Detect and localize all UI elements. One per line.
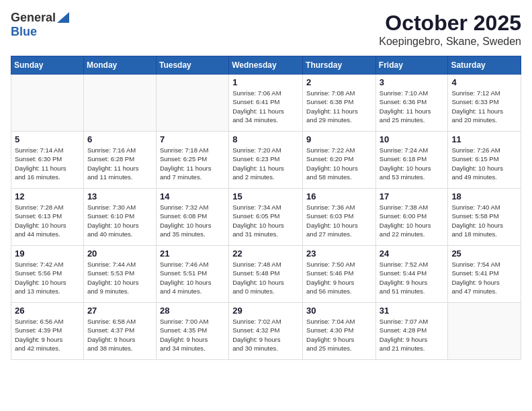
day-info: Sunrise: 7:00 AM Sunset: 4:35 PM Dayligh… <box>160 317 225 353</box>
day-cell: 13Sunrise: 7:30 AM Sunset: 6:10 PM Dayli… <box>83 189 156 246</box>
day-number: 21 <box>160 248 225 259</box>
day-cell: 2Sunrise: 7:08 AM Sunset: 6:38 PM Daylig… <box>303 75 376 132</box>
day-number: 18 <box>451 191 517 201</box>
svg-marker-0 <box>57 12 69 23</box>
day-info: Sunrise: 7:02 AM Sunset: 4:32 PM Dayligh… <box>232 317 299 353</box>
day-info: Sunrise: 7:28 AM Sunset: 6:13 PM Dayligh… <box>15 203 80 238</box>
day-info: Sunrise: 7:34 AM Sunset: 6:05 PM Dayligh… <box>232 203 299 238</box>
day-info: Sunrise: 7:04 AM Sunset: 4:30 PM Dayligh… <box>306 317 372 353</box>
logo: General Blue <box>11 11 69 39</box>
day-cell: 15Sunrise: 7:34 AM Sunset: 6:05 PM Dayli… <box>229 189 303 246</box>
day-cell <box>156 75 228 132</box>
day-cell: 6Sunrise: 7:16 AM Sunset: 6:28 PM Daylig… <box>83 132 156 189</box>
day-cell: 23Sunrise: 7:50 AM Sunset: 5:46 PM Dayli… <box>303 246 376 303</box>
day-cell: 29Sunrise: 7:02 AM Sunset: 4:32 PM Dayli… <box>229 303 303 360</box>
day-info: Sunrise: 7:06 AM Sunset: 6:41 PM Dayligh… <box>232 89 299 124</box>
day-info: Sunrise: 7:52 AM Sunset: 5:44 PM Dayligh… <box>380 260 445 295</box>
day-info: Sunrise: 7:50 AM Sunset: 5:46 PM Dayligh… <box>306 260 372 295</box>
day-info: Sunrise: 7:24 AM Sunset: 6:18 PM Dayligh… <box>380 146 445 181</box>
weekday-header-wednesday: Wednesday <box>229 56 303 75</box>
day-cell: 28Sunrise: 7:00 AM Sunset: 4:35 PM Dayli… <box>156 303 228 360</box>
day-cell <box>11 75 84 132</box>
day-info: Sunrise: 7:07 AM Sunset: 4:28 PM Dayligh… <box>380 317 445 353</box>
day-number: 31 <box>380 306 445 316</box>
day-info: Sunrise: 7:40 AM Sunset: 5:58 PM Dayligh… <box>451 203 517 238</box>
day-info: Sunrise: 6:58 AM Sunset: 4:37 PM Dayligh… <box>87 317 152 353</box>
day-cell: 12Sunrise: 7:28 AM Sunset: 6:13 PM Dayli… <box>11 189 84 246</box>
day-info: Sunrise: 6:56 AM Sunset: 4:39 PM Dayligh… <box>15 317 80 353</box>
day-cell: 27Sunrise: 6:58 AM Sunset: 4:37 PM Dayli… <box>83 303 156 360</box>
day-cell: 31Sunrise: 7:07 AM Sunset: 4:28 PM Dayli… <box>375 303 448 360</box>
day-number: 29 <box>232 306 299 316</box>
day-cell: 8Sunrise: 7:20 AM Sunset: 6:23 PM Daylig… <box>229 132 303 189</box>
day-cell: 1Sunrise: 7:06 AM Sunset: 6:41 PM Daylig… <box>229 75 303 132</box>
page-header: General Blue October 2025 Koepingebro, S… <box>11 11 521 48</box>
day-cell: 22Sunrise: 7:48 AM Sunset: 5:48 PM Dayli… <box>229 246 303 303</box>
day-cell: 24Sunrise: 7:52 AM Sunset: 5:44 PM Dayli… <box>375 246 448 303</box>
day-info: Sunrise: 7:42 AM Sunset: 5:56 PM Dayligh… <box>15 260 80 295</box>
day-cell: 21Sunrise: 7:46 AM Sunset: 5:51 PM Dayli… <box>156 246 228 303</box>
logo-blue-text: Blue <box>11 25 37 39</box>
day-cell: 19Sunrise: 7:42 AM Sunset: 5:56 PM Dayli… <box>11 246 84 303</box>
day-number: 12 <box>15 191 80 201</box>
day-number: 28 <box>160 306 225 316</box>
title-block: October 2025 Koepingebro, Skane, Sweden <box>379 11 521 48</box>
day-info: Sunrise: 7:22 AM Sunset: 6:20 PM Dayligh… <box>306 146 372 181</box>
month-title: October 2025 <box>379 11 521 36</box>
day-cell: 30Sunrise: 7:04 AM Sunset: 4:30 PM Dayli… <box>303 303 376 360</box>
day-number: 9 <box>306 134 372 144</box>
day-number: 8 <box>232 134 299 144</box>
day-info: Sunrise: 7:30 AM Sunset: 6:10 PM Dayligh… <box>87 203 152 238</box>
day-number: 11 <box>451 134 517 144</box>
day-number: 30 <box>306 306 372 316</box>
day-number: 2 <box>306 77 372 87</box>
day-info: Sunrise: 7:08 AM Sunset: 6:38 PM Dayligh… <box>306 89 372 124</box>
day-number: 22 <box>232 248 299 259</box>
day-cell: 5Sunrise: 7:14 AM Sunset: 6:30 PM Daylig… <box>11 132 84 189</box>
day-number: 7 <box>160 134 225 144</box>
day-info: Sunrise: 7:20 AM Sunset: 6:23 PM Dayligh… <box>232 146 299 181</box>
day-info: Sunrise: 7:48 AM Sunset: 5:48 PM Dayligh… <box>232 260 299 295</box>
day-number: 14 <box>160 191 225 201</box>
weekday-header-friday: Friday <box>375 56 448 75</box>
day-info: Sunrise: 7:10 AM Sunset: 6:36 PM Dayligh… <box>380 89 445 124</box>
day-cell <box>448 303 521 360</box>
calendar-table: SundayMondayTuesdayWednesdayThursdayFrid… <box>11 56 521 360</box>
day-cell: 3Sunrise: 7:10 AM Sunset: 6:36 PM Daylig… <box>375 75 448 132</box>
day-number: 20 <box>87 248 152 259</box>
day-cell: 18Sunrise: 7:40 AM Sunset: 5:58 PM Dayli… <box>448 189 521 246</box>
day-number: 25 <box>451 248 517 259</box>
day-cell: 16Sunrise: 7:36 AM Sunset: 6:03 PM Dayli… <box>303 189 376 246</box>
week-row-3: 12Sunrise: 7:28 AM Sunset: 6:13 PM Dayli… <box>11 189 521 246</box>
day-cell: 4Sunrise: 7:12 AM Sunset: 6:33 PM Daylig… <box>448 75 521 132</box>
day-number: 6 <box>87 134 152 144</box>
weekday-header-thursday: Thursday <box>303 56 376 75</box>
day-number: 13 <box>87 191 152 201</box>
day-number: 5 <box>15 134 80 144</box>
weekday-header-tuesday: Tuesday <box>156 56 228 75</box>
day-info: Sunrise: 7:36 AM Sunset: 6:03 PM Dayligh… <box>306 203 372 238</box>
day-info: Sunrise: 7:44 AM Sunset: 5:53 PM Dayligh… <box>87 260 152 295</box>
day-number: 24 <box>380 248 445 259</box>
day-info: Sunrise: 7:46 AM Sunset: 5:51 PM Dayligh… <box>160 260 225 295</box>
day-cell: 10Sunrise: 7:24 AM Sunset: 6:18 PM Dayli… <box>375 132 448 189</box>
week-row-5: 26Sunrise: 6:56 AM Sunset: 4:39 PM Dayli… <box>11 303 521 360</box>
logo-general-text: General <box>11 11 56 25</box>
day-cell <box>83 75 156 132</box>
weekday-header-sunday: Sunday <box>11 56 84 75</box>
day-info: Sunrise: 7:32 AM Sunset: 6:08 PM Dayligh… <box>160 203 225 238</box>
day-number: 1 <box>232 77 299 87</box>
day-number: 23 <box>306 248 372 259</box>
day-cell: 9Sunrise: 7:22 AM Sunset: 6:20 PM Daylig… <box>303 132 376 189</box>
day-number: 27 <box>87 306 152 316</box>
day-number: 16 <box>306 191 372 201</box>
day-info: Sunrise: 7:54 AM Sunset: 5:41 PM Dayligh… <box>451 260 517 295</box>
day-info: Sunrise: 7:12 AM Sunset: 6:33 PM Dayligh… <box>451 89 517 124</box>
day-number: 19 <box>15 248 80 259</box>
day-cell: 11Sunrise: 7:26 AM Sunset: 6:15 PM Dayli… <box>448 132 521 189</box>
week-row-1: 1Sunrise: 7:06 AM Sunset: 6:41 PM Daylig… <box>11 75 521 132</box>
day-cell: 7Sunrise: 7:18 AM Sunset: 6:25 PM Daylig… <box>156 132 228 189</box>
day-cell: 17Sunrise: 7:38 AM Sunset: 6:00 PM Dayli… <box>375 189 448 246</box>
day-info: Sunrise: 7:14 AM Sunset: 6:30 PM Dayligh… <box>15 146 80 181</box>
day-cell: 14Sunrise: 7:32 AM Sunset: 6:08 PM Dayli… <box>156 189 228 246</box>
